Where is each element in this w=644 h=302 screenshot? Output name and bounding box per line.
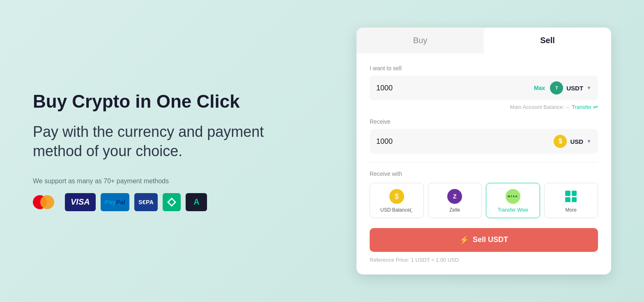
- usd-icon: $: [554, 135, 567, 148]
- wise-icon: wise: [506, 189, 520, 204]
- sell-currency-name: USDT: [566, 85, 583, 92]
- more-label: More: [566, 207, 577, 214]
- transfer-link[interactable]: Transfer ⇌: [572, 104, 598, 110]
- payment-method-usd-balance[interactable]: $ USD Balance(.: [370, 183, 424, 218]
- sepa-logo: S€PA: [134, 193, 158, 211]
- sell-button-label: Sell USDT: [473, 235, 508, 244]
- card-body: I want to sell Max T USDT ▼ Main Account…: [356, 53, 611, 274]
- balance-text: Main Account Balance: --: [510, 104, 570, 110]
- usd-balance-label: USD Balance(.: [380, 207, 413, 214]
- max-button[interactable]: Max: [534, 85, 545, 91]
- sell-currency-selector[interactable]: T USDT ▼: [550, 81, 591, 95]
- sell-currency-chevron: ▼: [586, 85, 591, 91]
- receive-amount-input[interactable]: [376, 137, 554, 146]
- reference-price: Reference Price: 1 USDT ≈ 1.00 USD: [370, 257, 598, 263]
- sell-button[interactable]: ⚡ Sell USDT: [370, 228, 598, 252]
- payment-method-more[interactable]: More: [544, 183, 598, 218]
- paypal-logo: PayPal: [101, 193, 129, 211]
- hero-subtitle: Pay with the currency and paymentmethod …: [33, 122, 332, 161]
- payment-support-text: We support as many as 70+ payment method…: [33, 178, 332, 185]
- page-wrapper: Buy Crypto in One Click Pay with the cur…: [0, 0, 644, 302]
- receive-with-label: Receive with: [370, 171, 598, 177]
- trade-card: Buy Sell I want to sell Max T USDT ▼: [356, 28, 611, 274]
- sell-amount-input[interactable]: [376, 84, 534, 92]
- zelle-icon: Z: [447, 189, 462, 204]
- receive-input-row: $ USD ▼: [370, 129, 598, 154]
- wise-label: Transfer Wise: [498, 207, 528, 214]
- usd-balance-icon: $: [389, 189, 404, 204]
- payment-methods-grid: $ USD Balance(. Z Zelle wise: [370, 183, 598, 218]
- lightning-icon: ⚡: [460, 235, 469, 244]
- hero-title: Buy Crypto in One Click: [33, 91, 332, 113]
- mastercard-logo: [33, 193, 60, 211]
- receive-currency-name: USD: [570, 138, 583, 145]
- tab-bar: Buy Sell: [356, 28, 611, 53]
- astropay-logo: A: [186, 193, 207, 211]
- sell-input-row: Max T USDT ▼: [370, 76, 598, 100]
- klarna-logo: [163, 193, 181, 211]
- transfer-label: Transfer: [572, 104, 591, 110]
- left-section: Buy Crypto in One Click Pay with the cur…: [33, 91, 356, 211]
- payment-logos: VISA PayPal S€PA A: [33, 193, 332, 211]
- tab-buy[interactable]: Buy: [356, 28, 484, 53]
- receive-currency-chevron: ▼: [586, 138, 591, 144]
- balance-row: Main Account Balance: -- Transfer ⇌: [370, 104, 598, 110]
- payment-method-transferwise[interactable]: wise Transfer Wise: [486, 183, 540, 218]
- receive-label: Receive: [370, 118, 598, 125]
- transfer-arrow-icon: ⇌: [593, 104, 598, 110]
- more-grid-icon: [564, 189, 578, 204]
- right-section: Buy Sell I want to sell Max T USDT ▼: [356, 28, 611, 274]
- zelle-label: Zelle: [449, 207, 460, 214]
- section-divider: [370, 162, 598, 162]
- sell-label: I want to sell: [370, 65, 598, 71]
- payment-method-zelle[interactable]: Z Zelle: [428, 183, 482, 218]
- usdt-icon: T: [550, 81, 563, 95]
- receive-currency-selector[interactable]: $ USD ▼: [554, 135, 591, 148]
- visa-logo: VISA: [65, 193, 96, 211]
- tab-sell[interactable]: Sell: [484, 28, 611, 53]
